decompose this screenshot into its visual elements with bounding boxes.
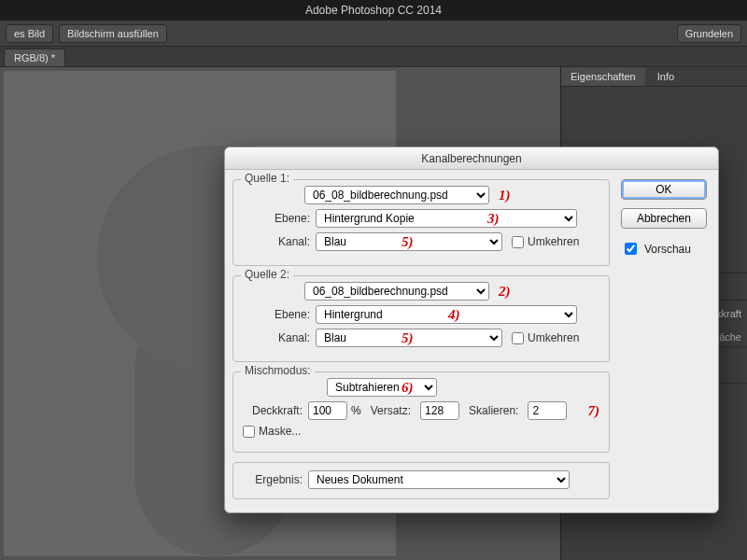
source1-group: Quelle 1: 06_08_bildberechnung.psd 1) Eb… bbox=[233, 179, 610, 266]
opacity-input[interactable] bbox=[308, 401, 347, 420]
source1-invert[interactable]: Umkehren bbox=[512, 235, 585, 248]
scale-label: Skalieren: bbox=[469, 404, 524, 417]
offset-input[interactable] bbox=[420, 401, 459, 420]
document-tab[interactable]: RGB/8) * bbox=[4, 49, 65, 66]
blend-group: Mischmodus: Subtrahieren 6) Deckkraft: %… bbox=[233, 371, 610, 453]
tab-info[interactable]: Info bbox=[648, 67, 684, 86]
preview-checkbox[interactable] bbox=[625, 243, 637, 255]
fill-screen-button[interactable]: Bildschirm ausfüllen bbox=[59, 24, 167, 43]
annotation-3: 3) bbox=[487, 211, 500, 227]
dialog-side: OK Abbrechen Vorschau bbox=[617, 170, 718, 512]
dialog-title: Kanalberechnungen bbox=[225, 147, 718, 170]
calculations-dialog: Kanalberechnungen Quelle 1: 06_08_bildbe… bbox=[224, 147, 719, 513]
source2-file-select[interactable]: 06_08_bildberechnung.psd bbox=[304, 282, 489, 301]
options-bar: es Bild Bildschirm ausfüllen Grundelen bbox=[0, 21, 747, 47]
document-tab-row: RGB/8) * bbox=[0, 47, 747, 67]
blend-mode-select-dialog[interactable]: Subtrahieren bbox=[327, 378, 437, 397]
lightning-icon: ⚡ bbox=[144, 192, 190, 236]
source1-invert-checkbox[interactable] bbox=[512, 236, 524, 248]
offset-label: Versatz: bbox=[371, 404, 416, 417]
source2-group: Quelle 2: 06_08_bildberechnung.psd 2) Eb… bbox=[233, 275, 610, 362]
result-label: Ergebnis: bbox=[243, 473, 308, 486]
ok-button[interactable]: OK bbox=[621, 179, 707, 200]
preview-label: Vorschau bbox=[644, 243, 691, 256]
cancel-button[interactable]: Abbrechen bbox=[621, 208, 707, 229]
blend-legend: Mischmodus: bbox=[241, 364, 315, 377]
source2-invert[interactable]: Umkehren bbox=[512, 331, 585, 344]
source2-invert-checkbox[interactable] bbox=[512, 332, 524, 344]
source2-invert-label: Umkehren bbox=[528, 331, 579, 344]
percent-sign: % bbox=[351, 404, 361, 417]
annotation-2: 2) bbox=[499, 284, 511, 300]
source2-layer-label: Ebene: bbox=[243, 308, 316, 321]
source1-channel-label: Kanal: bbox=[243, 235, 316, 248]
scale-input[interactable] bbox=[528, 401, 567, 420]
mask-checkbox-row[interactable]: Maske... bbox=[243, 425, 306, 438]
source1-layer-select[interactable]: Hintergrund Kopie bbox=[316, 209, 577, 228]
fit-image-button[interactable]: es Bild bbox=[6, 24, 53, 43]
preview-row[interactable]: Vorschau bbox=[621, 240, 707, 258]
opacity-label-dialog: Deckkraft: bbox=[243, 404, 308, 417]
source1-layer-label: Ebene: bbox=[243, 212, 316, 225]
annotation-7: 7) bbox=[587, 403, 599, 419]
workspace-essentials-button[interactable]: Grundelen bbox=[677, 24, 741, 43]
source2-channel-label: Kanal: bbox=[243, 331, 316, 344]
result-select[interactable]: Neues Dokument bbox=[308, 470, 570, 489]
annotation-1: 1) bbox=[499, 188, 511, 203]
source1-invert-label: Umkehren bbox=[528, 235, 579, 248]
source1-file-select[interactable]: 06_08_bildberechnung.psd bbox=[304, 186, 489, 204]
annotation-5a: 5) bbox=[402, 234, 414, 250]
source1-legend: Quelle 1: bbox=[241, 172, 293, 185]
app-titlebar: Adobe Photoshop CC 2014 bbox=[0, 0, 747, 21]
annotation-5b: 5) bbox=[402, 330, 414, 346]
mask-checkbox[interactable] bbox=[243, 426, 255, 438]
source2-layer-select[interactable]: Hintergrund bbox=[316, 305, 577, 324]
source2-legend: Quelle 2: bbox=[241, 268, 293, 281]
annotation-6: 6) bbox=[402, 380, 414, 396]
result-group: Ergebnis: Neues Dokument bbox=[233, 462, 610, 499]
tab-properties[interactable]: Eigenschaften bbox=[561, 67, 645, 86]
annotation-4: 4) bbox=[448, 307, 460, 323]
mask-label: Maske... bbox=[259, 425, 301, 438]
